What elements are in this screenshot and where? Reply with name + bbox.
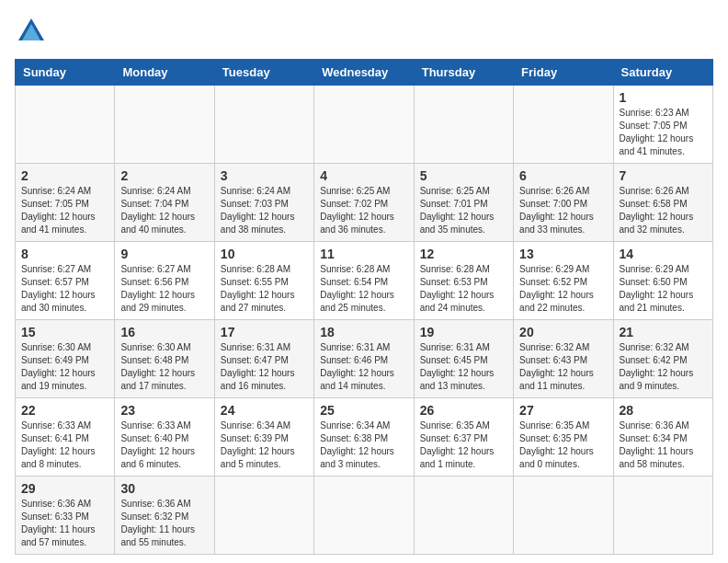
logo-icon (15, 15, 48, 48)
empty-cell (214, 477, 313, 555)
day-header-wednesday: Wednesday (314, 60, 414, 86)
page-header (15, 15, 713, 48)
calendar-day-5: 5Sunrise: 6:25 AMSunset: 7:01 PMDaylight… (414, 164, 513, 242)
calendar-day-18: 18Sunrise: 6:31 AMSunset: 6:46 PMDayligh… (314, 320, 414, 398)
calendar-day-17: 17Sunrise: 6:31 AMSunset: 6:47 PMDayligh… (214, 320, 313, 398)
calendar-day-27: 27Sunrise: 6:35 AMSunset: 6:35 PMDayligh… (514, 398, 613, 477)
calendar-day-21: 21Sunrise: 6:32 AMSunset: 6:42 PMDayligh… (613, 320, 712, 398)
empty-cell (414, 477, 513, 555)
empty-cell (16, 86, 115, 164)
empty-cell (414, 86, 513, 164)
day-header-sunday: Sunday (16, 60, 115, 86)
calendar-day-11: 11Sunrise: 6:28 AMSunset: 6:54 PMDayligh… (314, 242, 414, 320)
calendar-day-15: 15Sunrise: 6:30 AMSunset: 6:49 PMDayligh… (16, 320, 115, 398)
empty-cell (314, 477, 414, 555)
day-header-tuesday: Tuesday (214, 60, 313, 86)
calendar-day-26: 26Sunrise: 6:35 AMSunset: 6:37 PMDayligh… (414, 398, 513, 477)
logo (15, 15, 51, 48)
calendar-day-8: 8Sunrise: 6:27 AMSunset: 6:57 PMDaylight… (16, 242, 115, 320)
calendar-day-6: 6Sunrise: 6:26 AMSunset: 7:00 PMDaylight… (514, 164, 613, 242)
calendar-day-16: 16Sunrise: 6:30 AMSunset: 6:48 PMDayligh… (115, 320, 214, 398)
calendar-day-28: 28Sunrise: 6:36 AMSunset: 6:34 PMDayligh… (613, 398, 712, 477)
calendar-day-2: 2Sunrise: 6:24 AMSunset: 7:05 PMDaylight… (16, 164, 115, 242)
calendar-day-14: 14Sunrise: 6:29 AMSunset: 6:50 PMDayligh… (613, 242, 712, 320)
calendar-day-1: 1Sunrise: 6:23 AMSunset: 7:05 PMDaylight… (613, 86, 712, 164)
calendar-day-24: 24Sunrise: 6:34 AMSunset: 6:39 PMDayligh… (214, 398, 313, 477)
calendar-day-20: 20Sunrise: 6:32 AMSunset: 6:43 PMDayligh… (514, 320, 613, 398)
empty-cell (314, 86, 414, 164)
day-header-friday: Friday (514, 60, 613, 86)
calendar-day-3: 3Sunrise: 6:24 AMSunset: 7:03 PMDaylight… (214, 164, 313, 242)
calendar-day-12: 12Sunrise: 6:28 AMSunset: 6:53 PMDayligh… (414, 242, 513, 320)
day-header-monday: Monday (115, 60, 214, 86)
calendar-day-30: 30Sunrise: 6:36 AMSunset: 6:32 PMDayligh… (115, 477, 214, 555)
calendar-day-13: 13Sunrise: 6:29 AMSunset: 6:52 PMDayligh… (514, 242, 613, 320)
calendar-day-25: 25Sunrise: 6:34 AMSunset: 6:38 PMDayligh… (314, 398, 414, 477)
calendar-day-19: 19Sunrise: 6:31 AMSunset: 6:45 PMDayligh… (414, 320, 513, 398)
empty-cell (514, 477, 613, 555)
day-header-saturday: Saturday (613, 60, 712, 86)
calendar-day-4: 4Sunrise: 6:25 AMSunset: 7:02 PMDaylight… (314, 164, 414, 242)
calendar-day-10: 10Sunrise: 6:28 AMSunset: 6:55 PMDayligh… (214, 242, 313, 320)
day-header-thursday: Thursday (414, 60, 513, 86)
calendar-day-29: 29Sunrise: 6:36 AMSunset: 6:33 PMDayligh… (16, 477, 115, 555)
empty-cell (613, 477, 712, 555)
calendar-day-22: 22Sunrise: 6:33 AMSunset: 6:41 PMDayligh… (16, 398, 115, 477)
empty-cell (115, 86, 214, 164)
empty-cell (514, 86, 613, 164)
calendar-day-2: 2Sunrise: 6:24 AMSunset: 7:04 PMDaylight… (115, 164, 214, 242)
calendar-day-7: 7Sunrise: 6:26 AMSunset: 6:58 PMDaylight… (613, 164, 712, 242)
calendar-day-23: 23Sunrise: 6:33 AMSunset: 6:40 PMDayligh… (115, 398, 214, 477)
calendar-day-9: 9Sunrise: 6:27 AMSunset: 6:56 PMDaylight… (115, 242, 214, 320)
calendar-table: SundayMondayTuesdayWednesdayThursdayFrid… (15, 59, 713, 555)
empty-cell (214, 86, 313, 164)
